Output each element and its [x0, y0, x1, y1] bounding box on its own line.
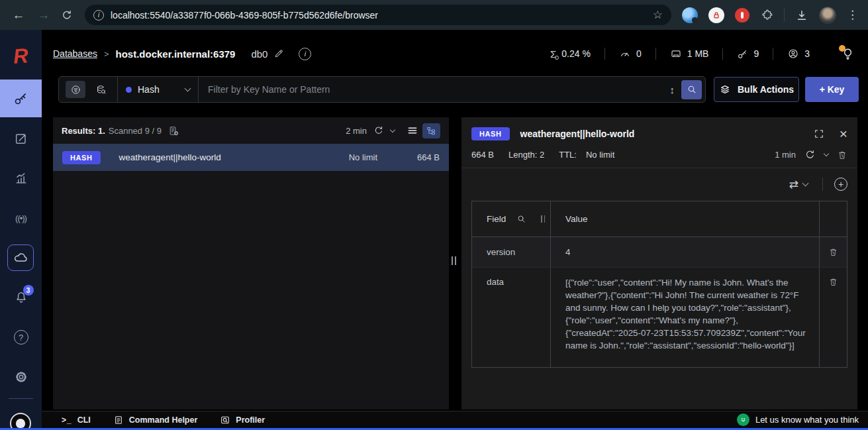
memory-icon [670, 48, 682, 60]
ttl-label: TTL: [559, 150, 577, 160]
browser-back-icon[interactable]: ← [11, 8, 26, 23]
doc-icon [113, 415, 124, 425]
extension-icon-lock[interactable] [708, 7, 724, 23]
sidebar-item-help[interactable]: ? [0, 329, 42, 345]
extensions-puzzle-icon[interactable] [760, 9, 773, 22]
key-size: 664 B [405, 152, 440, 162]
extension-icon-red[interactable] [735, 8, 749, 23]
view-toggles [407, 123, 440, 138]
edit-alias-icon[interactable] [273, 48, 284, 59]
sort-updown-icon[interactable]: ↕ [670, 84, 675, 95]
sidebar-item-notifications[interactable]: 3 [0, 290, 42, 305]
help-icon: ? [19, 333, 23, 343]
pubsub-icon: ((•)) [15, 213, 26, 223]
cli-button[interactable]: >_ CLI [62, 415, 91, 425]
search-in-values-icon[interactable] [91, 81, 111, 98]
site-info-icon[interactable]: i [93, 10, 104, 21]
sidebar-item-settings[interactable] [0, 369, 42, 385]
filter-mode-toggle [59, 77, 118, 102]
delete-field-icon[interactable] [828, 277, 838, 287]
stat-cpu: Σ 0.24 % [536, 48, 604, 59]
chevron-down-icon [185, 85, 191, 92]
cpu-value: 0.24 % [561, 48, 591, 59]
gauge-icon [619, 48, 631, 60]
panel-resize-handle[interactable] [452, 256, 456, 265]
sidebar-item-workbench[interactable] [0, 131, 42, 146]
sidebar-item-pubsub[interactable]: ((•)) [0, 210, 42, 226]
sidebar-item-cloud[interactable] [7, 244, 34, 271]
value-cell[interactable]: 4 [550, 237, 819, 267]
add-key-button[interactable]: + Key [805, 77, 859, 102]
layers-icon [719, 83, 731, 95]
browser-forward-icon[interactable]: → [36, 8, 52, 23]
browser-profile-avatar[interactable] [819, 7, 836, 24]
filter-by-type-icon[interactable] [66, 81, 85, 98]
key-filter-bar: Hash ↕ [58, 76, 706, 103]
hash-fields-table: Field Value version 4 data [{"role":"use… [471, 201, 847, 368]
url-text[interactable]: localhost:5540/a33877f0-066b-4369-805f-b… [111, 10, 646, 21]
clients-icon [787, 48, 799, 60]
profiler-button[interactable]: Profiler [220, 415, 265, 425]
clients-value: 3 [804, 48, 810, 59]
stat-keys: 9 [722, 48, 773, 60]
feedback-smile-icon [737, 413, 749, 426]
add-field-icon[interactable]: + [834, 178, 847, 191]
insights-bulb-icon[interactable] [841, 47, 855, 61]
extension-icon-blue[interactable] [682, 7, 698, 23]
fullscreen-icon[interactable] [813, 128, 825, 140]
instance-header: Databases > host.docker.internal:6379 db… [53, 38, 859, 69]
key-type-dropdown[interactable]: Hash [118, 77, 199, 102]
list-view-icon[interactable] [407, 125, 418, 136]
refresh-options-chevron[interactable] [390, 127, 395, 132]
close-details-icon[interactable]: × [840, 127, 847, 140]
insights-notification-dot [839, 45, 845, 52]
notification-badge: 3 [23, 285, 34, 296]
field-cell[interactable]: data [487, 277, 504, 287]
key-filter-input[interactable] [199, 84, 670, 95]
db-alias: db0 [251, 48, 267, 60]
downloads-icon[interactable] [795, 9, 808, 22]
redis-logo[interactable]: R [0, 44, 42, 68]
list-refresh-icon[interactable] [373, 125, 384, 136]
scan-more-icon[interactable] [168, 125, 179, 136]
site-info-glyph: i [98, 11, 99, 19]
value-column-header: Value [565, 214, 588, 224]
key-list-row[interactable]: HASH weatheragent||hello-world No limit … [53, 144, 449, 171]
results-count: Results: 1. [62, 126, 105, 136]
redis-logo-glyph: R [13, 44, 29, 68]
db-host-title: host.docker.internal:6379 [116, 48, 236, 60]
column-resize-handle[interactable] [541, 215, 545, 223]
details-key-name[interactable]: weatheragent||hello-world [520, 129, 813, 139]
field-search-icon[interactable] [516, 214, 526, 224]
browser-menu-icon[interactable]: ⋮ [847, 8, 858, 22]
apply-search-button[interactable] [681, 80, 702, 99]
value-cell[interactable]: [{"role":"user","content":"Hi! My name i… [550, 268, 819, 367]
cli-prompt-icon: >_ [62, 415, 72, 425]
delete-key-icon[interactable] [837, 150, 847, 160]
key-type-badge: HASH [62, 151, 101, 164]
browser-reload-icon[interactable] [61, 9, 77, 21]
tree-view-icon[interactable] [422, 123, 440, 138]
command-helper-button[interactable]: Command Helper [113, 415, 198, 425]
bulk-actions-button[interactable]: Bulk Actions [714, 77, 799, 102]
delete-field-icon[interactable] [828, 247, 838, 257]
key-ttl: No limit [349, 152, 377, 162]
bookmark-star-icon[interactable]: ☆ [653, 8, 663, 22]
details-refresh-interval: 1 min [775, 150, 796, 160]
details-refresh-icon[interactable] [804, 149, 816, 160]
key-details-header: HASH weatheragent||hello-world × [471, 117, 847, 140]
format-switch-icon[interactable]: ⇄ [789, 178, 798, 191]
format-chevron[interactable] [802, 180, 809, 187]
field-cell[interactable]: version [487, 247, 515, 257]
feedback-button[interactable]: Let us know what you think [737, 413, 859, 426]
controls-divider [822, 178, 823, 191]
cli-label: CLI [77, 415, 91, 425]
details-refresh-chevron[interactable] [824, 151, 829, 156]
ttl-value[interactable]: No limit [586, 150, 614, 160]
sidebar-item-browser[interactable] [0, 80, 42, 117]
db-info-icon[interactable]: i [299, 48, 311, 60]
address-bar[interactable]: i localhost:5540/a33877f0-066b-4369-805f… [85, 5, 671, 25]
sidebar-item-analytics[interactable] [0, 170, 42, 186]
bulk-actions-label: Bulk Actions [738, 84, 794, 95]
breadcrumb-databases-link[interactable]: Databases [53, 48, 97, 59]
